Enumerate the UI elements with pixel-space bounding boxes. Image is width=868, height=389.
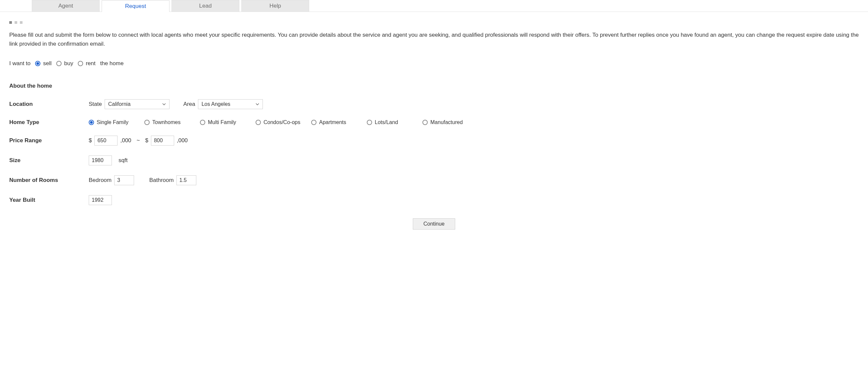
step-dot-2 xyxy=(14,21,17,24)
hometype-radio-manufactured[interactable]: Manufactured xyxy=(423,120,478,125)
label-year-built: Year Built xyxy=(9,197,89,203)
label-state: State xyxy=(89,101,102,107)
label-rooms: Number of Rooms xyxy=(9,177,89,184)
step-dots xyxy=(9,21,859,24)
tab-agent[interactable]: Agent xyxy=(32,0,100,11)
intent-row: I want to sell buy rent the home xyxy=(9,60,859,67)
intent-radio-buy[interactable]: buy xyxy=(56,60,73,67)
size-input[interactable] xyxy=(89,156,112,165)
hometype-label: Townhomes xyxy=(152,120,180,125)
hometype-label: Condos/Co-ops xyxy=(264,120,300,125)
hometype-radio-lots-land[interactable]: Lots/Land xyxy=(367,120,423,125)
radio-icon xyxy=(255,120,261,125)
row-size: Size sqft xyxy=(9,156,859,165)
label-bathroom: Bathroom xyxy=(149,177,174,184)
hometype-label: Apartments xyxy=(319,120,346,125)
radio-icon xyxy=(367,120,372,125)
radio-icon xyxy=(200,120,205,125)
row-home-type: Home Type Single Family Townhomes Multi … xyxy=(9,119,859,126)
hometype-radio-townhomes[interactable]: Townhomes xyxy=(144,120,200,125)
row-location: Location State California Area Los Angel… xyxy=(9,99,859,109)
radio-icon xyxy=(311,120,316,125)
label-price-range: Price Range xyxy=(9,137,89,144)
hometype-radio-single-family[interactable]: Single Family xyxy=(89,120,144,125)
intent-radio-rent[interactable]: rent xyxy=(78,60,95,67)
state-value: California xyxy=(108,101,131,107)
chevron-down-icon xyxy=(162,102,166,106)
label-home-type: Home Type xyxy=(9,119,89,126)
intro-text: Please fill out and submit the form belo… xyxy=(9,30,859,48)
price-range-separator: ~ xyxy=(137,137,140,144)
intent-radio-sell[interactable]: sell xyxy=(35,60,52,67)
step-dot-3 xyxy=(20,21,23,24)
radio-icon xyxy=(56,61,62,66)
bedroom-input[interactable] xyxy=(114,175,134,185)
intent-prefix: I want to xyxy=(9,60,30,67)
hometype-label: Manufactured xyxy=(430,120,463,125)
intent-label: sell xyxy=(43,60,52,67)
tab-request[interactable]: Request xyxy=(102,0,169,12)
label-bedroom: Bedroom xyxy=(89,177,112,184)
year-built-input[interactable] xyxy=(89,195,112,205)
hometype-label: Single Family xyxy=(97,120,128,125)
bathroom-input[interactable] xyxy=(177,175,196,185)
price-thousands-suffix: ,000 xyxy=(120,137,131,144)
intent-suffix: the home xyxy=(100,60,124,67)
intent-label: rent xyxy=(86,60,95,67)
label-area: Area xyxy=(183,101,195,107)
area-value: Los Angeles xyxy=(202,101,230,107)
hometype-radio-condos[interactable]: Condos/Co-ops xyxy=(255,120,311,125)
hometype-radio-multi-family[interactable]: Multi Family xyxy=(200,120,255,125)
tab-help[interactable]: Help xyxy=(241,0,309,11)
state-select[interactable]: California xyxy=(104,99,169,109)
area-select[interactable]: Los Angeles xyxy=(198,99,263,109)
step-dot-1 xyxy=(9,21,12,24)
row-price-range: Price Range $ ,000 ~ $ ,000 xyxy=(9,136,859,145)
radio-icon xyxy=(35,61,40,66)
radio-icon xyxy=(89,120,94,125)
tabs-bar: Agent Request Lead Help xyxy=(0,0,868,12)
hometype-label: Multi Family xyxy=(208,120,236,125)
price-min-input[interactable] xyxy=(94,136,118,145)
label-location: Location xyxy=(9,101,89,107)
radio-icon xyxy=(144,120,150,125)
currency-symbol: $ xyxy=(145,137,148,144)
size-unit: sqft xyxy=(119,157,127,164)
tab-lead[interactable]: Lead xyxy=(172,0,239,11)
hometype-radio-apartments[interactable]: Apartments xyxy=(311,120,367,125)
radio-icon xyxy=(78,61,83,66)
row-year-built: Year Built xyxy=(9,195,859,205)
price-max-input[interactable] xyxy=(151,136,174,145)
currency-symbol: $ xyxy=(89,137,92,144)
radio-icon xyxy=(423,120,428,125)
intent-label: buy xyxy=(64,60,73,67)
continue-button[interactable]: Continue xyxy=(413,218,455,230)
row-rooms: Number of Rooms Bedroom Bathroom xyxy=(9,175,859,185)
chevron-down-icon xyxy=(255,102,259,106)
price-thousands-suffix: ,000 xyxy=(177,137,188,144)
label-size: Size xyxy=(9,157,89,164)
hometype-label: Lots/Land xyxy=(375,120,398,125)
section-title-about-home: About the home xyxy=(9,83,859,89)
